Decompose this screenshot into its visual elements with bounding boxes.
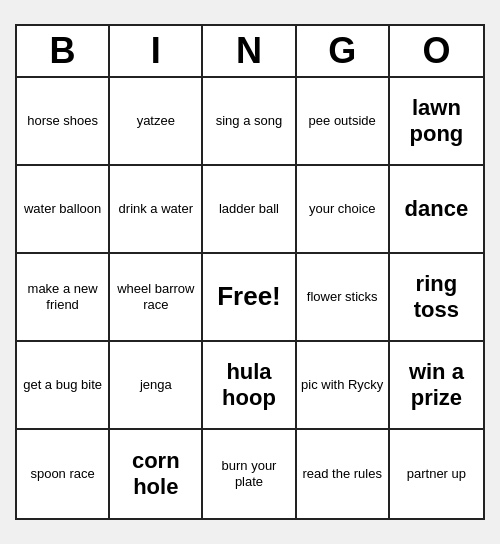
cell-text: sing a song xyxy=(216,113,283,129)
header-letter: I xyxy=(110,26,203,76)
bingo-cell: get a bug bite xyxy=(17,342,110,430)
bingo-cell: your choice xyxy=(297,166,390,254)
bingo-cell: pee outside xyxy=(297,78,390,166)
cell-text: your choice xyxy=(309,201,375,217)
bingo-cell: partner up xyxy=(390,430,483,518)
cell-text: pee outside xyxy=(309,113,376,129)
cell-text: horse shoes xyxy=(27,113,98,129)
cell-text: corn hole xyxy=(113,448,198,501)
cell-text: lawn pong xyxy=(393,95,480,148)
cell-text: wheel barrow race xyxy=(113,281,198,312)
cell-text: drink a water xyxy=(119,201,193,217)
cell-text: yatzee xyxy=(137,113,175,129)
header-letter: G xyxy=(297,26,390,76)
bingo-grid: horse shoesyatzeesing a songpee outsidel… xyxy=(17,78,483,518)
cell-text: dance xyxy=(405,196,469,222)
cell-text: jenga xyxy=(140,377,172,393)
cell-text: pic with Rycky xyxy=(301,377,383,393)
cell-text: get a bug bite xyxy=(23,377,102,393)
bingo-cell: flower sticks xyxy=(297,254,390,342)
cell-text: read the rules xyxy=(302,466,382,482)
cell-text: burn your plate xyxy=(206,458,291,489)
bingo-cell: burn your plate xyxy=(203,430,296,518)
bingo-cell: spoon race xyxy=(17,430,110,518)
header-letter: B xyxy=(17,26,110,76)
bingo-cell: horse shoes xyxy=(17,78,110,166)
bingo-cell: Free! xyxy=(203,254,296,342)
bingo-cell: pic with Rycky xyxy=(297,342,390,430)
cell-text: flower sticks xyxy=(307,289,378,305)
bingo-cell: dance xyxy=(390,166,483,254)
bingo-cell: hula hoop xyxy=(203,342,296,430)
bingo-cell: make a new friend xyxy=(17,254,110,342)
bingo-cell: corn hole xyxy=(110,430,203,518)
cell-text: make a new friend xyxy=(20,281,105,312)
bingo-header: BINGO xyxy=(17,26,483,78)
bingo-cell: jenga xyxy=(110,342,203,430)
bingo-cell: win a prize xyxy=(390,342,483,430)
bingo-cell: wheel barrow race xyxy=(110,254,203,342)
header-letter: O xyxy=(390,26,483,76)
cell-text: water balloon xyxy=(24,201,101,217)
cell-text: spoon race xyxy=(30,466,94,482)
bingo-cell: drink a water xyxy=(110,166,203,254)
cell-text: ring toss xyxy=(393,271,480,324)
bingo-cell: sing a song xyxy=(203,78,296,166)
cell-text: partner up xyxy=(407,466,466,482)
bingo-cell: yatzee xyxy=(110,78,203,166)
header-letter: N xyxy=(203,26,296,76)
bingo-cell: ring toss xyxy=(390,254,483,342)
bingo-cell: lawn pong xyxy=(390,78,483,166)
cell-text: Free! xyxy=(217,281,281,312)
bingo-card: BINGO horse shoesyatzeesing a songpee ou… xyxy=(15,24,485,520)
bingo-cell: water balloon xyxy=(17,166,110,254)
bingo-cell: ladder ball xyxy=(203,166,296,254)
bingo-cell: read the rules xyxy=(297,430,390,518)
cell-text: ladder ball xyxy=(219,201,279,217)
cell-text: hula hoop xyxy=(206,359,291,412)
cell-text: win a prize xyxy=(393,359,480,412)
